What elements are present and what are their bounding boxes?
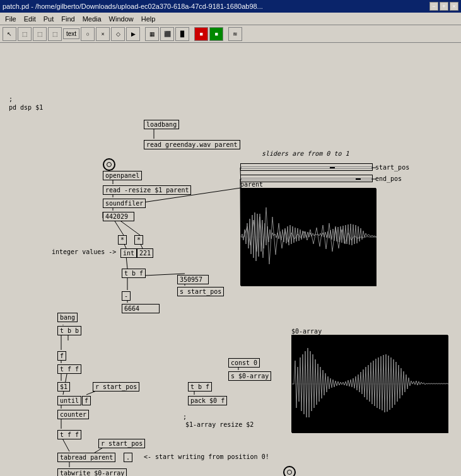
comment-pd-dsp: ; pd dsp $1 bbox=[9, 95, 43, 112]
obj-mul2[interactable]: * bbox=[134, 235, 143, 245]
title-bar: patch.pd - /home/gilberto/Downloads/uplo… bbox=[0, 0, 461, 13]
maximize-button[interactable]: + bbox=[440, 2, 448, 11]
obj-tbb[interactable]: t b b bbox=[57, 326, 81, 335]
obj-tff2[interactable]: t f f bbox=[57, 430, 81, 439]
menu-bar: File Edit Put Find Media Window Help bbox=[0, 13, 461, 25]
canvas-area: ; pd dsp $1 integer values -> sliders ar… bbox=[0, 43, 461, 476]
obj-soundfiler[interactable]: soundfiler bbox=[103, 199, 146, 208]
obj-minus[interactable]: - bbox=[122, 291, 131, 301]
comment-start-writing: <- start writing from position 0! bbox=[144, 453, 269, 460]
waveform-array-label: $0-array bbox=[291, 327, 322, 335]
toolbar-btn-10[interactable]: ⬛ bbox=[160, 27, 174, 41]
menu-file[interactable]: File bbox=[1, 14, 20, 24]
label-end-pos: end_pos bbox=[375, 175, 402, 182]
menu-media[interactable]: Media bbox=[79, 14, 105, 24]
menu-help[interactable]: Help bbox=[137, 14, 160, 24]
toolbar-btn-13[interactable]: ■ bbox=[209, 27, 223, 41]
obj-tabread-parent[interactable]: tabread parent bbox=[57, 453, 115, 462]
toolbar-btn-2[interactable]: ⬚ bbox=[18, 27, 32, 41]
obj-tbf[interactable]: t b f bbox=[122, 269, 146, 278]
waveform-array-svg bbox=[292, 335, 448, 433]
bang-inner bbox=[107, 162, 112, 167]
obj-s-array[interactable]: s $0-array bbox=[228, 371, 271, 381]
slider-start[interactable] bbox=[240, 163, 373, 171]
obj-dot[interactable]: . bbox=[124, 453, 132, 462]
toolbar-btn-11[interactable]: ▉ bbox=[175, 27, 189, 41]
obj-6664[interactable]: 6664 bbox=[122, 304, 160, 313]
obj-r-start-pos[interactable]: r start_pos bbox=[93, 382, 139, 392]
obj-const0[interactable]: const 0 bbox=[228, 358, 260, 368]
obj-counter[interactable]: counter bbox=[57, 410, 89, 419]
toolbar-btn-4[interactable]: ⬚ bbox=[48, 27, 62, 41]
menu-edit[interactable]: Edit bbox=[20, 14, 40, 24]
obj-r-start-pos2[interactable]: r start_pos bbox=[98, 439, 145, 448]
toolbar-btn-12[interactable]: ■ bbox=[194, 27, 208, 41]
obj-read-greenday[interactable]: read greenday.wav parent bbox=[144, 140, 240, 149]
comment-sliders: sliders are from 0 to 1 bbox=[262, 150, 349, 157]
obj-openpanel[interactable]: openpanel bbox=[103, 171, 142, 180]
obj-loadbang[interactable]: loadbang bbox=[144, 120, 179, 129]
toolbar-btn-3[interactable]: ⬚ bbox=[33, 27, 47, 41]
waveform-parent-svg bbox=[241, 189, 376, 286]
menu-window[interactable]: Window bbox=[105, 14, 137, 24]
obj-bang-box[interactable]: bang bbox=[57, 313, 78, 322]
obj-tff[interactable]: t f f bbox=[57, 364, 81, 374]
toolbar-btn-14[interactable]: ≋ bbox=[228, 27, 242, 41]
obj-f[interactable]: f bbox=[57, 351, 66, 361]
bang-circle-openpanel[interactable] bbox=[103, 158, 115, 171]
toolbar-btn-8[interactable]: ▶ bbox=[126, 27, 140, 41]
bang-tabplay[interactable] bbox=[283, 466, 296, 476]
comment-array-resize: $1-array resize $2 bbox=[185, 421, 254, 428]
obj-read-resize[interactable]: read -resize $1 parent bbox=[103, 185, 191, 195]
comment-integer-values: integer values -> bbox=[52, 248, 116, 255]
obj-tabwrite[interactable]: tabwrite $0-array bbox=[57, 468, 127, 476]
menu-find[interactable]: Find bbox=[57, 14, 78, 24]
waveform-parent-label: parent bbox=[240, 180, 263, 188]
toolbar-btn-1[interactable]: ↖ bbox=[3, 27, 16, 41]
close-button[interactable]: × bbox=[450, 2, 458, 11]
menu-put[interactable]: Put bbox=[40, 14, 58, 24]
toolbar: ↖ ⬚ ⬚ ⬚ text ○ × ◇ ▶ ▦ ⬛ ▉ ■ ■ ≋ bbox=[0, 25, 461, 43]
bang-tabplay-inner bbox=[287, 470, 292, 475]
toolbar-btn-6[interactable]: × bbox=[96, 27, 110, 41]
obj-s1[interactable]: $1 bbox=[57, 382, 70, 392]
minimize-button[interactable]: − bbox=[429, 2, 438, 11]
label-start-pos: start_pos bbox=[375, 164, 409, 171]
svg-line-9 bbox=[126, 256, 127, 269]
comment-semicolon: ; bbox=[183, 414, 187, 421]
obj-mul1[interactable]: * bbox=[118, 235, 127, 245]
toolbar-btn-5[interactable]: ○ bbox=[81, 27, 95, 41]
obj-350957[interactable]: 350957 bbox=[177, 275, 209, 284]
obj-s-start-pos[interactable]: s start_pos bbox=[177, 287, 224, 296]
toolbar-text-button[interactable]: text bbox=[63, 28, 79, 39]
waveform-array bbox=[291, 335, 448, 432]
toolbar-btn-9[interactable]: ▦ bbox=[145, 27, 159, 41]
window-controls[interactable]: − + × bbox=[429, 2, 458, 11]
obj-int2[interactable]: 221 bbox=[137, 248, 153, 258]
obj-until[interactable]: until bbox=[57, 396, 81, 405]
toolbar-btn-7[interactable]: ◇ bbox=[111, 27, 125, 41]
obj-442029[interactable]: 442029 bbox=[103, 212, 134, 221]
obj-f2[interactable]: f bbox=[82, 396, 91, 405]
title-text: patch.pd - /home/gilberto/Downloads/uplo… bbox=[3, 3, 263, 10]
waveform-parent bbox=[240, 188, 376, 286]
obj-pack[interactable]: pack $0 f bbox=[188, 396, 227, 405]
obj-int1[interactable]: int bbox=[120, 248, 137, 258]
obj-tbf2[interactable]: t b f bbox=[188, 382, 212, 392]
